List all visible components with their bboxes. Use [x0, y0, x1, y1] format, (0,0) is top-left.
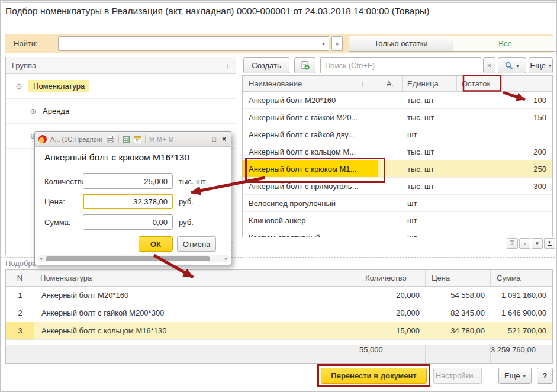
expand-icon[interactable]: ⊕: [28, 107, 38, 115]
close-icon: ×: [487, 61, 492, 70]
maximize-button[interactable]: □: [211, 136, 217, 143]
picked-sum-cell: 1 091 160,00: [491, 287, 552, 304]
product-row[interactable]: Костюм спортивный шт: [243, 229, 552, 237]
column-label: Цена: [432, 274, 450, 282]
column-header-stock[interactable]: Остаток: [457, 76, 552, 91]
product-row[interactable]: Анкерный болт с прямоуголь... тыс. шт 30…: [243, 178, 552, 195]
calendar-icon: 31: [134, 136, 141, 143]
product-search-input[interactable]: [321, 58, 481, 73]
picked-sum-cell: 521 700,00: [491, 322, 552, 339]
sum-input[interactable]: [83, 214, 173, 230]
product-unit-cell: тыс. шт: [403, 160, 457, 177]
picked-row[interactable]: 1 Анкерный болт М20*160 20,000 54 558,00…: [6, 287, 552, 304]
product-a-cell: [378, 212, 403, 229]
product-row-selected[interactable]: Анкерный болт с крюком М1... тыс. шт 250: [243, 160, 552, 178]
total-price-cell: [426, 345, 491, 363]
picked-row[interactable]: 2 Анкерный болт с гайкой М200*300 20,000…: [6, 304, 552, 322]
scroll-bottom-button[interactable]: ▼: [544, 238, 555, 249]
quantity-field-row: Количество: тыс. шт: [35, 173, 232, 189]
price-input[interactable]: [83, 194, 173, 209]
products-more-button[interactable]: Еще ▾: [529, 57, 553, 73]
picked-row-highlighted[interactable]: 3 Анкерный болт с кольцом М16*130 15,000…: [6, 322, 552, 340]
find-clear-button[interactable]: ×: [331, 36, 343, 51]
chevron-down-icon: ▾: [516, 63, 519, 69]
create-group-button[interactable]: [294, 57, 315, 73]
quantity-input[interactable]: [83, 173, 173, 189]
column-header-price[interactable]: Цена: [426, 270, 491, 286]
scroll-down-button[interactable]: ▼: [532, 238, 543, 249]
column-header-a[interactable]: А.: [378, 76, 403, 91]
column-header-sum[interactable]: Сумма: [491, 270, 552, 286]
column-header-name[interactable]: Наименование ↓: [243, 76, 378, 91]
product-row[interactable]: Анкерный болт с гайкой М20... тыс. шт 15…: [243, 109, 552, 126]
picked-table-header: N Номенклатура Количество Цена Сумма: [6, 270, 552, 287]
scroll-up-button[interactable]: ▲: [519, 238, 530, 249]
chevron-down-icon: ▾: [523, 373, 526, 379]
product-row[interactable]: Клиновой анкер шт: [243, 212, 552, 229]
group-column-header[interactable]: Группа ↓: [6, 57, 236, 74]
product-stock-cell: 250: [457, 160, 552, 177]
collapse-icon[interactable]: ⊖: [14, 82, 24, 91]
maximize-icon: □: [212, 136, 216, 143]
help-button[interactable]: ?: [537, 368, 553, 384]
stock-filter-toggle: Только остатки Все: [349, 36, 557, 52]
only-stock-button[interactable]: Только остатки: [349, 36, 453, 51]
dialog-horizontal-scrollbar[interactable]: ◂ ▸: [37, 255, 230, 262]
all-button[interactable]: Все: [453, 36, 557, 51]
chevron-down-icon: ▾: [322, 41, 325, 47]
column-header-n[interactable]: N: [6, 270, 34, 286]
tree-item-nomenklatura[interactable]: ⊖ Номенклатура: [6, 74, 236, 99]
search-clear-button[interactable]: ×: [483, 57, 495, 73]
price-field-row: Цена: руб.: [35, 194, 232, 210]
scrollbar-thumb[interactable]: [46, 256, 210, 261]
nomenclature-picker-window: Подбор номенклатуры в Реализация (акт, н…: [0, 0, 557, 392]
tree-item-label: Номенклатура: [28, 80, 89, 92]
picked-qty-cell: 15,000: [359, 322, 426, 339]
sum-field-row: Сумма: руб.: [35, 214, 232, 230]
total-sum-cell: 3 259 760,00: [491, 345, 552, 363]
find-input[interactable]: [59, 37, 318, 50]
column-label: Единица: [407, 79, 439, 88]
transfer-to-document-button[interactable]: Перенести в документ: [321, 368, 427, 384]
dialog-titlebar[interactable]: А... (1С:Предприяти 31 М М+ М- □ ×: [35, 132, 231, 147]
settings-button[interactable]: Настройки...: [433, 368, 482, 384]
scroll-right-icon[interactable]: ▸: [223, 256, 230, 261]
picked-name-cell: Анкерный болт с гайкой М200*300: [34, 304, 359, 322]
product-row[interactable]: Анкерный болт М20*160 тыс. шт 100: [243, 92, 552, 109]
1c-logo-icon: [38, 135, 47, 143]
create-button[interactable]: Создать: [243, 57, 289, 73]
panel-splitter-vertical[interactable]: [239, 57, 239, 255]
magnifier-icon: [505, 62, 513, 70]
search-options-button[interactable]: ▾: [498, 57, 526, 73]
scroll-down-icon: ▼: [535, 241, 540, 246]
scroll-left-icon[interactable]: ◂: [37, 256, 44, 261]
product-name-cell: Анкерный болт с прямоуголь...: [243, 178, 378, 194]
scroll-top-button[interactable]: ▲: [507, 238, 518, 249]
footer-more-button[interactable]: Еще ▾: [498, 368, 532, 384]
product-search-wrap: [320, 57, 481, 73]
quantity-unit: тыс. шт: [179, 177, 205, 186]
product-stock-cell: 150: [457, 109, 552, 126]
column-header-unit[interactable]: Единица: [403, 76, 457, 91]
product-a-cell: [378, 229, 403, 237]
product-stock-cell: [457, 126, 552, 143]
product-row[interactable]: Анкерный болт с кольцом М... тыс. шт 200: [243, 143, 552, 160]
ok-button[interactable]: ОК: [139, 236, 173, 252]
product-unit-cell: тыс. шт: [403, 143, 457, 160]
scroll-top-icon: ▲: [510, 240, 515, 246]
product-row[interactable]: Анкерный болт с гайкой дву... шт: [243, 126, 552, 143]
picked-total-row: 55,000 3 259 760,00: [6, 345, 552, 363]
column-header-quantity[interactable]: Количество: [359, 270, 426, 286]
column-header-nomenclature[interactable]: Номенклатура: [34, 270, 359, 286]
find-dropdown-button[interactable]: ▾: [318, 37, 329, 50]
price-label: Цена:: [44, 197, 65, 206]
product-row[interactable]: Велосипед прогулочный шт: [243, 195, 552, 212]
cancel-button[interactable]: Отмена: [177, 236, 216, 252]
close-icon: ×: [222, 135, 226, 143]
picked-table-spacer: [6, 340, 552, 345]
product-a-cell: [378, 178, 403, 194]
price-unit: руб.: [179, 197, 194, 206]
calculator-memory-buttons[interactable]: М М+ М-: [149, 136, 177, 143]
tree-item-arenda[interactable]: ⊕ Аренда: [6, 99, 236, 124]
dialog-close-button[interactable]: ×: [221, 135, 227, 143]
